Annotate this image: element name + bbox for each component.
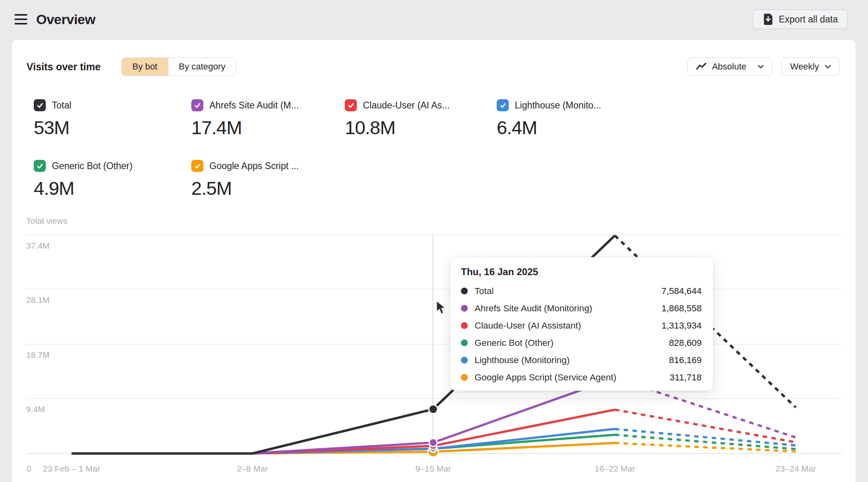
tooltip-row-google-apps-script: Google Apps Script (Service Agent) 311,7… [461, 369, 702, 386]
svg-text:9–15 Mar: 9–15 Mar [416, 464, 451, 473]
chart-tooltip: Thu, 16 Jan 2025 Total 7,584,644 Ahrefs … [450, 257, 713, 391]
tooltip-row-generic-bot: Generic Bot (Other) 828,609 [461, 334, 702, 351]
tooltip-row-label: Google Apps Script (Service Agent) [475, 372, 616, 383]
tooltip-row-value: 816,169 [669, 355, 702, 366]
series-dot-google-apps-script [461, 374, 468, 381]
svg-text:23 Feb – 1 Mar: 23 Feb – 1 Mar [43, 464, 100, 473]
svg-text:37.4M: 37.4M [26, 241, 49, 250]
svg-text:2–8 Mar: 2–8 Mar [237, 464, 268, 473]
svg-text:9.4M: 9.4M [26, 404, 45, 414]
tooltip-row-total: Total 7,584,644 [461, 282, 702, 300]
tooltip-row-label: Ahrefs Site Audit (Monitoring) [475, 303, 592, 314]
svg-text:16–22 Mar: 16–22 Mar [595, 464, 635, 473]
series-dot-generic-bot [461, 339, 468, 346]
svg-text:0: 0 [27, 464, 31, 473]
series-dot-total [461, 288, 468, 294]
series-dot-lighthouse [461, 357, 468, 364]
tooltip-row-lighthouse: Lighthouse (Monitoring) 816,169 [461, 351, 702, 369]
tooltip-row-label: Generic Bot (Other) [475, 338, 553, 348]
tooltip-row-value: 1,313,934 [661, 321, 702, 331]
tooltip-row-value: 311,718 [669, 372, 702, 383]
tooltip-row-label: Total [475, 286, 494, 296]
tooltip-date: Thu, 16 Jan 2025 [461, 266, 702, 278]
tooltip-row-value: 7,584,644 [661, 286, 702, 296]
tooltip-row-value: 828,609 [669, 338, 702, 348]
series-dot-ahrefs [461, 305, 468, 312]
tooltip-row-label: Claude-User (AI Assistant) [475, 321, 581, 331]
tooltip-row-claude-user: Claude-User (AI Assistant) 1,313,934 [461, 317, 702, 334]
series-dot-claude-user [461, 322, 468, 329]
tooltip-row-value: 1,868,558 [661, 303, 702, 314]
svg-text:23–24 Mar: 23–24 Mar [776, 464, 816, 473]
tooltip-row-label: Lighthouse (Monitoring) [475, 355, 569, 366]
visits-line-chart[interactable]: 09.4M18.7M28.1M37.4M23 Feb – 1 Mar2–8 Ma… [0, 0, 868, 482]
svg-text:28.1M: 28.1M [26, 295, 49, 304]
svg-text:18.7M: 18.7M [26, 350, 49, 359]
tooltip-row-ahrefs: Ahrefs Site Audit (Monitoring) 1,868,558 [461, 300, 702, 317]
